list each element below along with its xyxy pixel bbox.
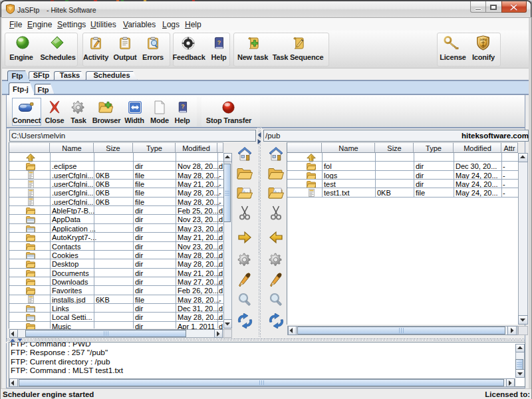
svg-text:?: ? — [217, 39, 221, 46]
svg-text:?: ? — [181, 103, 184, 110]
svg-text:JaSFtp: JaSFtp — [480, 39, 487, 41]
